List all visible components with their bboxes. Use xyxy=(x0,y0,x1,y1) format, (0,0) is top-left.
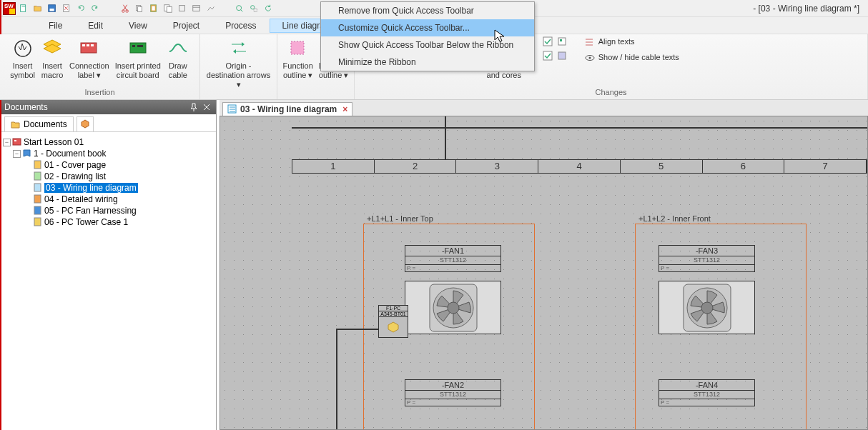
tree-page[interactable]: 04 - Detailed wiring xyxy=(3,194,213,205)
qat-zoom-icon[interactable] xyxy=(233,2,246,15)
qat-paste-icon[interactable] xyxy=(147,2,160,15)
draw-cable-button[interactable]: Drawcable xyxy=(164,36,192,81)
tree-page[interactable]: 05 - PC Fan Harnessing xyxy=(3,205,213,216)
documents-tab[interactable]: Documents xyxy=(4,116,74,131)
fan-image xyxy=(659,281,755,334)
tree-page[interactable]: 01 - Cover page xyxy=(3,159,213,171)
svg-rect-22 xyxy=(91,44,94,46)
checkbox-row-2[interactable] xyxy=(540,50,571,63)
context-menu-item[interactable]: Minimize the Ribbon xyxy=(321,54,534,71)
svg-rect-26 xyxy=(291,41,304,54)
collapse-icon[interactable]: − xyxy=(3,139,11,146)
svg-rect-17 xyxy=(254,9,257,11)
qat-cut-icon[interactable] xyxy=(119,2,132,15)
qat-generic2-icon[interactable] xyxy=(190,2,203,15)
svg-rect-21 xyxy=(87,44,89,46)
drawing-canvas[interactable]: 1234567 +L1+L1 - Inner Top +L1+L2 - Inne… xyxy=(220,116,868,430)
svg-point-34 xyxy=(588,57,591,59)
menu-file[interactable]: File xyxy=(36,19,75,33)
function-outline-button[interactable]: Functionoutline ▾ xyxy=(280,36,316,81)
tree-book[interactable]: − 1 - Document book xyxy=(3,148,213,159)
svg-rect-28 xyxy=(543,37,552,46)
component-fan2[interactable]: -FAN2 STT1312 P = xyxy=(405,379,501,406)
svg-rect-3 xyxy=(50,9,54,11)
document-tab[interactable]: 03 - Wiring line diagram × xyxy=(222,102,352,116)
insert-pcb-button[interactable]: Insert printedcircuit board xyxy=(112,36,164,81)
column-cell: 7 xyxy=(784,160,867,173)
qat-undo-icon[interactable] xyxy=(74,2,87,15)
show-hide-cable-texts-button[interactable]: Show / hide cable texts xyxy=(581,51,682,64)
component-fan1[interactable]: -FAN1 STT1312 P = xyxy=(405,245,501,334)
collapse-icon[interactable]: − xyxy=(13,150,21,158)
wiring-icon xyxy=(227,104,237,114)
checkbox-row[interactable] xyxy=(540,36,571,49)
svg-rect-38 xyxy=(34,172,41,180)
tree-page[interactable]: 06 - PC Tower Case 1 xyxy=(3,216,213,228)
svg-rect-13 xyxy=(179,5,185,11)
qat-zoomarea-icon[interactable] xyxy=(247,2,260,15)
connection-label-button[interactable]: Connectionlabel ▾ xyxy=(66,36,112,81)
qat-close-icon[interactable] xyxy=(60,2,73,15)
svg-point-18 xyxy=(15,41,31,56)
qat-open-icon[interactable] xyxy=(31,2,44,15)
svg-rect-42 xyxy=(34,218,41,226)
component-fan4[interactable]: -FAN4 STT1312 P = xyxy=(659,379,755,406)
context-menu-item[interactable]: Customize Quick Access Toolbar... xyxy=(321,19,534,36)
component-fan3[interactable]: -FAN3 STT1312 P = xyxy=(659,245,755,334)
small-component[interactable]: F1-PC A345-BT01 xyxy=(378,305,408,338)
column-cell: 1 xyxy=(292,160,375,173)
column-ruler: 1234567 xyxy=(292,159,867,174)
close-tab-icon[interactable]: × xyxy=(342,104,347,114)
qat-redo-icon[interactable] xyxy=(89,2,102,15)
context-menu-item[interactable]: Show Quick Access Toolbar Below the Ribb… xyxy=(321,36,534,54)
cube-icon xyxy=(80,119,90,129)
svg-rect-35 xyxy=(13,139,21,145)
qat-generic1-icon[interactable] xyxy=(176,2,189,15)
documents-panel-header: Documents xyxy=(0,100,216,114)
qat-new-icon[interactable] xyxy=(17,2,30,15)
origin-destination-button[interactable]: Origin -destination arrows ▾ xyxy=(203,36,275,91)
context-menu-item[interactable]: Remove from Quick Access Toolbar xyxy=(321,2,534,19)
insert-symbol-button[interactable]: Insertsymbol xyxy=(7,36,38,81)
svg-rect-39 xyxy=(34,184,41,191)
svg-rect-30 xyxy=(560,39,562,41)
svg-rect-41 xyxy=(34,206,41,214)
qat-pastespecial-icon[interactable] xyxy=(162,2,174,15)
svg-point-49 xyxy=(701,302,713,314)
svg-rect-14 xyxy=(193,5,200,11)
svg-rect-23 xyxy=(130,43,146,53)
insert-macro-button[interactable]: Insertmacro xyxy=(38,36,66,81)
column-cell: 3 xyxy=(456,160,538,173)
menu-view[interactable]: View xyxy=(116,19,160,33)
svg-rect-10 xyxy=(152,6,154,10)
svg-rect-0 xyxy=(21,4,26,11)
document-tree: − Start Lesson 01 − 1 - Document book 01… xyxy=(0,132,216,430)
align-texts-button[interactable]: Align texts xyxy=(581,36,682,49)
qat-refresh-icon[interactable] xyxy=(262,2,275,15)
svg-point-15 xyxy=(237,5,242,10)
column-cell: 6 xyxy=(703,160,785,173)
tree-page[interactable]: 03 - Wiring line diagram xyxy=(3,182,213,194)
column-cell: 5 xyxy=(621,160,703,173)
svg-point-46 xyxy=(448,302,459,314)
pin-icon[interactable] xyxy=(189,102,199,112)
tree-root[interactable]: − Start Lesson 01 xyxy=(3,136,213,148)
wire xyxy=(336,329,378,330)
qat-copy-icon[interactable] xyxy=(133,2,146,15)
wire xyxy=(336,329,337,430)
svg-rect-32 xyxy=(558,52,566,59)
window-title: - [03 - Wiring line diagram *] xyxy=(753,4,865,14)
qat-save-icon[interactable] xyxy=(46,2,59,15)
components-tab[interactable] xyxy=(77,116,94,131)
svg-rect-20 xyxy=(82,44,85,46)
tree-page[interactable]: 02 - Drawing list xyxy=(3,171,213,182)
qat-context-menu: Remove from Quick Access ToolbarCustomiz… xyxy=(320,1,535,71)
menu-process[interactable]: Process xyxy=(212,19,269,33)
menu-project[interactable]: Project xyxy=(160,19,212,33)
svg-rect-1 xyxy=(21,6,25,6)
menu-edit[interactable]: Edit xyxy=(75,19,116,33)
svg-rect-37 xyxy=(34,161,41,169)
qat-generic3-icon[interactable] xyxy=(204,2,217,15)
close-panel-icon[interactable] xyxy=(202,102,212,112)
svg-rect-8 xyxy=(137,6,142,11)
